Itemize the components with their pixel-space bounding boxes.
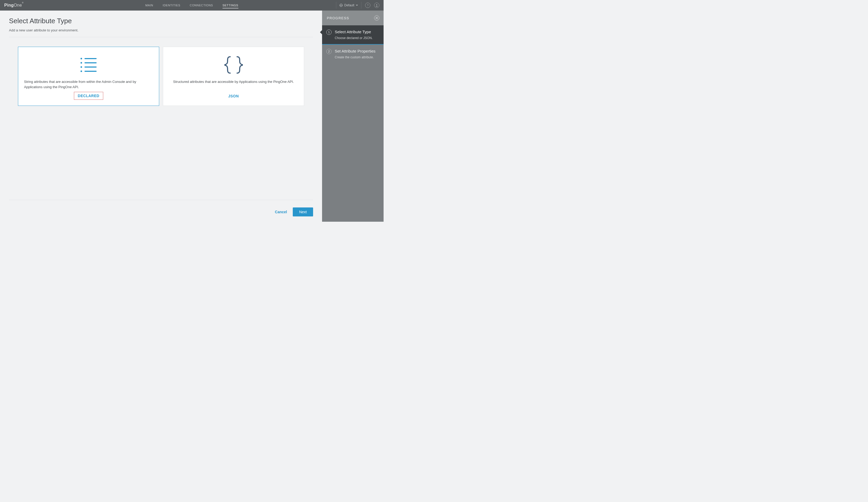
step-subtitle: Create the custom attribute.: [335, 55, 375, 59]
page-subtitle: Add a new user attribute to your environ…: [9, 28, 313, 37]
svg-rect-2: [84, 58, 97, 59]
svg-point-7: [81, 71, 82, 72]
wizard-footer: Cancel Next: [9, 200, 313, 217]
nav-settings[interactable]: SETTINGS: [223, 0, 238, 11]
card-declared-desc: String attributes that are accessible fr…: [24, 79, 153, 90]
top-nav: PingOne® MAIN IDENTITIES CONNECTIONS SET…: [0, 0, 384, 11]
step-title: Select Attribute Type: [335, 30, 372, 34]
next-button[interactable]: Next: [293, 208, 313, 217]
card-json-label: JSON: [224, 92, 242, 100]
step-number: 2: [326, 49, 332, 54]
svg-point-1: [81, 58, 82, 59]
brand-light: One: [14, 3, 22, 7]
svg-point-3: [81, 62, 82, 64]
progress-header: PROGRESS: [322, 11, 384, 25]
nav-right: Default ?: [336, 2, 379, 9]
brand-logo: PingOne®: [4, 3, 23, 8]
svg-point-0: [376, 4, 377, 5]
svg-point-5: [81, 66, 82, 68]
braces-icon: [223, 55, 244, 74]
card-declared-label: DECLARED: [74, 92, 103, 100]
globe-icon: [340, 4, 343, 7]
nav-center: MAIN IDENTITIES CONNECTIONS SETTINGS: [145, 0, 238, 11]
cancel-button[interactable]: Cancel: [275, 210, 287, 214]
step-subtitle: Choose declared or JSON.: [335, 36, 372, 40]
progress-step-1[interactable]: 1 Select Attribute Type Choose declared …: [322, 25, 384, 45]
chevron-down-icon: [356, 5, 358, 6]
brand-strong: Ping: [4, 3, 14, 7]
progress-step-2[interactable]: 2 Set Attribute Properties Create the cu…: [322, 45, 384, 63]
environment-label: Default: [344, 3, 354, 7]
svg-rect-8: [84, 71, 97, 72]
layout: Select Attribute Type Add a new user att…: [0, 11, 384, 222]
brand-tm: ®: [22, 2, 23, 4]
progress-sidebar: PROGRESS 1 Select Attribute Type Choose …: [322, 11, 384, 222]
step-number: 1: [326, 30, 332, 35]
environment-selector[interactable]: Default: [336, 2, 361, 9]
progress-title: PROGRESS: [327, 16, 349, 20]
step-body: Set Attribute Properties Create the cust…: [335, 49, 375, 59]
svg-rect-4: [84, 62, 97, 63]
card-declared[interactable]: String attributes that are accessible fr…: [18, 47, 159, 106]
nav-main[interactable]: MAIN: [145, 0, 153, 11]
person-icon: [375, 4, 378, 7]
list-icon: [80, 55, 98, 74]
card-json-desc: Structured attributes that are accessibl…: [169, 79, 298, 84]
card-json[interactable]: Structured attributes that are accessibl…: [163, 47, 304, 106]
page-title: Select Attribute Type: [9, 17, 313, 25]
step-body: Select Attribute Type Choose declared or…: [335, 30, 372, 40]
nav-identities[interactable]: IDENTITIES: [163, 0, 180, 11]
main-content: Select Attribute Type Add a new user att…: [0, 11, 322, 222]
nav-connections[interactable]: CONNECTIONS: [190, 0, 213, 11]
close-icon[interactable]: [374, 15, 379, 21]
svg-rect-6: [84, 66, 97, 67]
step-title: Set Attribute Properties: [335, 49, 375, 54]
attribute-type-cards: String attributes that are accessible fr…: [9, 47, 313, 106]
help-icon[interactable]: ?: [365, 3, 370, 8]
user-avatar-icon[interactable]: [374, 3, 379, 8]
